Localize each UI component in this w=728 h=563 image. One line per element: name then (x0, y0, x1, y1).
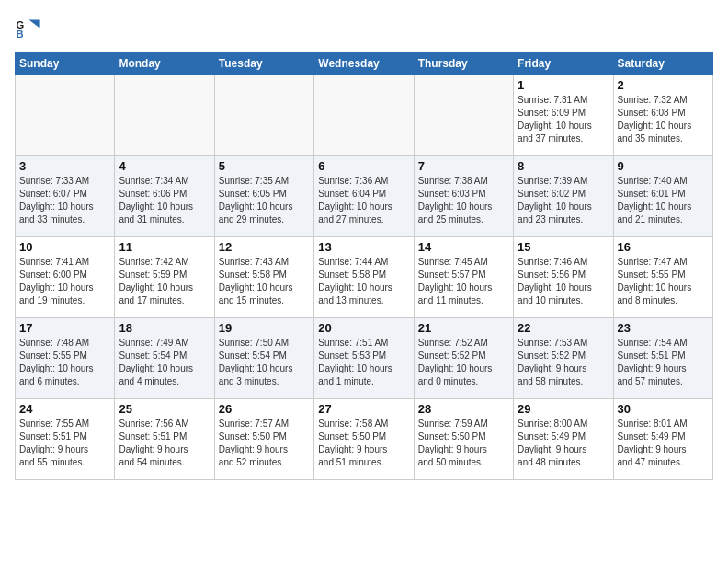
calendar-cell: 18Sunrise: 7:49 AMSunset: 5:54 PMDayligh… (115, 318, 214, 399)
day-info: Sunrise: 7:50 AMSunset: 5:54 PMDaylight:… (219, 337, 310, 388)
weekday-header: Thursday (414, 52, 513, 75)
calendar-cell: 22Sunrise: 7:53 AMSunset: 5:52 PMDayligh… (514, 318, 613, 399)
day-number: 25 (119, 402, 210, 416)
day-number: 19 (219, 321, 310, 335)
day-info: Sunrise: 7:56 AMSunset: 5:51 PMDaylight:… (119, 418, 210, 469)
page-header: G B (15, 15, 713, 40)
calendar-cell: 3Sunrise: 7:33 AMSunset: 6:07 PMDaylight… (16, 156, 115, 237)
calendar-cell: 23Sunrise: 7:54 AMSunset: 5:51 PMDayligh… (613, 318, 712, 399)
calendar-cell: 29Sunrise: 8:00 AMSunset: 5:49 PMDayligh… (514, 399, 613, 480)
calendar-table: SundayMondayTuesdayWednesdayThursdayFrid… (15, 52, 713, 480)
day-info: Sunrise: 7:47 AMSunset: 5:55 PMDaylight:… (618, 256, 709, 307)
day-number: 4 (119, 159, 210, 173)
day-number: 2 (618, 78, 709, 92)
day-number: 6 (318, 159, 409, 173)
day-number: 23 (618, 321, 709, 335)
calendar-cell: 6Sunrise: 7:36 AMSunset: 6:04 PMDaylight… (314, 156, 414, 237)
day-info: Sunrise: 7:34 AMSunset: 6:06 PMDaylight:… (119, 175, 210, 226)
logo-icon: G B (15, 15, 40, 40)
day-info: Sunrise: 7:59 AMSunset: 5:50 PMDaylight:… (418, 418, 509, 469)
calendar-cell: 2Sunrise: 7:32 AMSunset: 6:08 PMDaylight… (613, 75, 712, 156)
day-info: Sunrise: 7:48 AMSunset: 5:55 PMDaylight:… (19, 337, 110, 388)
calendar-cell (16, 75, 115, 156)
calendar-cell: 12Sunrise: 7:43 AMSunset: 5:58 PMDayligh… (214, 237, 313, 318)
day-number: 26 (219, 402, 310, 416)
day-number: 7 (418, 159, 509, 173)
calendar-header-row: SundayMondayTuesdayWednesdayThursdayFrid… (16, 52, 713, 75)
day-info: Sunrise: 7:42 AMSunset: 5:59 PMDaylight:… (119, 256, 210, 307)
calendar-cell: 30Sunrise: 8:01 AMSunset: 5:49 PMDayligh… (613, 399, 712, 480)
weekday-header: Sunday (16, 52, 115, 75)
day-info: Sunrise: 7:40 AMSunset: 6:01 PMDaylight:… (618, 175, 709, 226)
calendar-cell: 21Sunrise: 7:52 AMSunset: 5:52 PMDayligh… (414, 318, 513, 399)
calendar-week-row: 10Sunrise: 7:41 AMSunset: 6:00 PMDayligh… (16, 237, 713, 318)
calendar-cell: 26Sunrise: 7:57 AMSunset: 5:50 PMDayligh… (214, 399, 313, 480)
day-info: Sunrise: 7:33 AMSunset: 6:07 PMDaylight:… (19, 175, 110, 226)
day-number: 3 (19, 159, 110, 173)
day-info: Sunrise: 7:49 AMSunset: 5:54 PMDaylight:… (119, 337, 210, 388)
day-info: Sunrise: 7:55 AMSunset: 5:51 PMDaylight:… (19, 418, 110, 469)
day-info: Sunrise: 7:35 AMSunset: 6:05 PMDaylight:… (219, 175, 310, 226)
calendar-cell (414, 75, 513, 156)
day-number: 16 (618, 240, 709, 254)
day-number: 13 (318, 240, 409, 254)
day-info: Sunrise: 7:54 AMSunset: 5:51 PMDaylight:… (618, 337, 709, 388)
svg-text:B: B (16, 29, 23, 40)
day-number: 17 (19, 321, 110, 335)
day-info: Sunrise: 8:01 AMSunset: 5:49 PMDaylight:… (618, 418, 709, 469)
day-info: Sunrise: 7:53 AMSunset: 5:52 PMDaylight:… (518, 337, 609, 388)
day-info: Sunrise: 7:39 AMSunset: 6:02 PMDaylight:… (518, 175, 609, 226)
day-number: 30 (618, 402, 709, 416)
day-number: 18 (119, 321, 210, 335)
day-info: Sunrise: 7:58 AMSunset: 5:50 PMDaylight:… (318, 418, 409, 469)
day-info: Sunrise: 7:38 AMSunset: 6:03 PMDaylight:… (418, 175, 509, 226)
calendar-cell: 28Sunrise: 7:59 AMSunset: 5:50 PMDayligh… (414, 399, 513, 480)
calendar-cell: 10Sunrise: 7:41 AMSunset: 6:00 PMDayligh… (16, 237, 115, 318)
weekday-header: Saturday (613, 52, 712, 75)
svg-marker-1 (28, 20, 39, 28)
calendar-cell (314, 75, 414, 156)
calendar-cell: 16Sunrise: 7:47 AMSunset: 5:55 PMDayligh… (613, 237, 712, 318)
calendar-cell: 11Sunrise: 7:42 AMSunset: 5:59 PMDayligh… (115, 237, 214, 318)
calendar-week-row: 3Sunrise: 7:33 AMSunset: 6:07 PMDaylight… (16, 156, 713, 237)
day-number: 24 (19, 402, 110, 416)
weekday-header: Tuesday (214, 52, 313, 75)
weekday-header: Friday (514, 52, 613, 75)
day-number: 14 (418, 240, 509, 254)
day-info: Sunrise: 7:52 AMSunset: 5:52 PMDaylight:… (418, 337, 509, 388)
calendar-cell: 17Sunrise: 7:48 AMSunset: 5:55 PMDayligh… (16, 318, 115, 399)
weekday-header: Wednesday (314, 52, 414, 75)
day-info: Sunrise: 7:36 AMSunset: 6:04 PMDaylight:… (318, 175, 409, 226)
calendar-week-row: 24Sunrise: 7:55 AMSunset: 5:51 PMDayligh… (16, 399, 713, 480)
day-info: Sunrise: 8:00 AMSunset: 5:49 PMDaylight:… (518, 418, 609, 469)
day-info: Sunrise: 7:31 AMSunset: 6:09 PMDaylight:… (518, 94, 609, 145)
day-info: Sunrise: 7:46 AMSunset: 5:56 PMDaylight:… (518, 256, 609, 307)
calendar-cell: 4Sunrise: 7:34 AMSunset: 6:06 PMDaylight… (115, 156, 214, 237)
calendar-cell: 7Sunrise: 7:38 AMSunset: 6:03 PMDaylight… (414, 156, 513, 237)
calendar-cell: 9Sunrise: 7:40 AMSunset: 6:01 PMDaylight… (613, 156, 712, 237)
weekday-header: Monday (115, 52, 214, 75)
day-number: 28 (418, 402, 509, 416)
day-number: 10 (19, 240, 110, 254)
calendar-cell: 24Sunrise: 7:55 AMSunset: 5:51 PMDayligh… (16, 399, 115, 480)
day-info: Sunrise: 7:57 AMSunset: 5:50 PMDaylight:… (219, 418, 310, 469)
calendar-cell: 20Sunrise: 7:51 AMSunset: 5:53 PMDayligh… (314, 318, 414, 399)
day-info: Sunrise: 7:41 AMSunset: 6:00 PMDaylight:… (19, 256, 110, 307)
calendar-cell: 1Sunrise: 7:31 AMSunset: 6:09 PMDaylight… (514, 75, 613, 156)
calendar-cell: 13Sunrise: 7:44 AMSunset: 5:58 PMDayligh… (314, 237, 414, 318)
day-info: Sunrise: 7:44 AMSunset: 5:58 PMDaylight:… (318, 256, 409, 307)
day-number: 11 (119, 240, 210, 254)
calendar-cell: 5Sunrise: 7:35 AMSunset: 6:05 PMDaylight… (214, 156, 313, 237)
calendar-week-row: 1Sunrise: 7:31 AMSunset: 6:09 PMDaylight… (16, 75, 713, 156)
calendar-cell (115, 75, 214, 156)
day-number: 20 (318, 321, 409, 335)
day-number: 1 (518, 78, 609, 92)
day-number: 29 (518, 402, 609, 416)
day-number: 9 (618, 159, 709, 173)
day-number: 12 (219, 240, 310, 254)
day-number: 27 (318, 402, 409, 416)
day-info: Sunrise: 7:32 AMSunset: 6:08 PMDaylight:… (618, 94, 709, 145)
calendar-cell: 27Sunrise: 7:58 AMSunset: 5:50 PMDayligh… (314, 399, 414, 480)
day-number: 5 (219, 159, 310, 173)
calendar-cell: 8Sunrise: 7:39 AMSunset: 6:02 PMDaylight… (514, 156, 613, 237)
